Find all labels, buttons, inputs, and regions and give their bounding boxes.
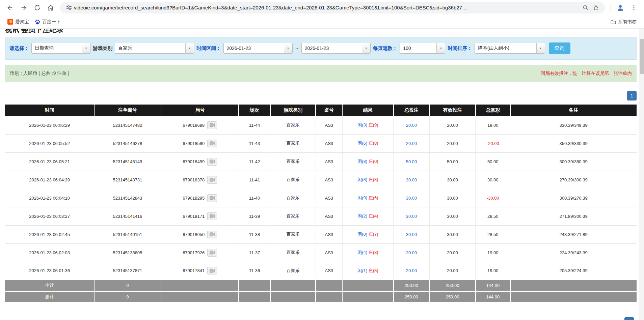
zoom-icon[interactable]	[583, 5, 589, 11]
page-title-clip: 视讯 会员下注纪录	[5, 29, 637, 33]
total-bet-link[interactable]: 20.00	[406, 268, 417, 273]
cell-valid-bet: 20.00	[429, 243, 476, 262]
video-replay-button[interactable]	[207, 249, 217, 257]
scrollbar[interactable]	[639, 29, 644, 320]
chevron-down-icon[interactable]: ▼	[362, 43, 370, 53]
video-replay-button[interactable]	[207, 176, 217, 184]
cell-valid-bet: 50.00	[429, 152, 476, 171]
footer-cell	[510, 291, 637, 302]
footer-cell	[316, 280, 342, 291]
chevron-down-icon[interactable]: ▼	[82, 43, 90, 53]
cell-total-bet: 20.00	[394, 134, 430, 152]
total-bet-link[interactable]: 20.00	[406, 123, 417, 128]
bet-record-row: 2026-01-23 06:04:10523145142843679018295…	[5, 189, 637, 207]
cell-session: 11-44	[239, 116, 270, 134]
cell-game-type: 百家乐	[270, 225, 316, 243]
summary-bar: 币别 : 人民币 | 总共 :9 注单 | 同局有效投注，统一计算在该局第一张注…	[5, 65, 637, 82]
cell-valid-bet: 30.00	[429, 207, 476, 225]
home-button[interactable]	[45, 2, 56, 13]
date-start-input[interactable]	[224, 43, 284, 53]
url-text[interactable]: videoie.com/game/betrecord_search/kind3?…	[74, 5, 581, 10]
round-id-text: 679017841	[183, 268, 205, 273]
cell-round-id: 679018050	[161, 225, 239, 243]
menu-button[interactable]	[628, 2, 640, 13]
cell-payout: 28.50	[476, 225, 510, 243]
table-header-row: 时间注单编号局号场次游戏类别桌号结果总投注有效投注总派彩备注	[5, 105, 637, 116]
cell-payout: 19.00	[476, 116, 510, 134]
toolbar-divider	[611, 4, 611, 11]
result-player: 闲(2)	[357, 213, 367, 219]
result-player: 闲(3)	[357, 122, 367, 127]
scrollbar-thumb[interactable]	[640, 39, 644, 74]
search-button[interactable]: 查询	[549, 42, 570, 54]
footer-cell: 250.00	[429, 280, 476, 291]
all-bookmarks-button[interactable]: 所有书签	[608, 18, 639, 26]
site-settings-icon[interactable]	[66, 5, 72, 10]
total-bet-link[interactable]: 20.00	[406, 141, 417, 146]
page-1-button[interactable]: 1	[624, 317, 634, 320]
cell-time: 2026-01-23 06:05:52	[5, 134, 94, 152]
footer-cell: 总计	[5, 291, 94, 302]
cell-time: 2026-01-23 06:06:29	[5, 116, 94, 134]
page-1-button[interactable]: 1	[627, 91, 637, 100]
total-bet-link[interactable]: 20.00	[406, 250, 417, 255]
bookmark-baidu[interactable]: 百度一下	[32, 18, 63, 26]
sort-order-input[interactable]	[475, 43, 536, 53]
query-type-input[interactable]	[32, 43, 82, 53]
bookmark-aitaobao[interactable]: 淘 爱淘宝	[5, 18, 32, 26]
bet-record-row: 2026-01-23 06:04:39523145143731679018378…	[5, 171, 637, 189]
chevron-down-icon[interactable]: ▼	[185, 43, 194, 53]
cell-session: 11-38	[239, 225, 270, 243]
bet-record-row: 2026-01-23 06:06:29523145147482679018688…	[5, 116, 637, 134]
video-replay-button[interactable]	[207, 158, 217, 166]
url-bar[interactable]: videoie.com/game/betrecord_search/kind3?…	[60, 2, 605, 13]
video-replay-button[interactable]	[207, 194, 217, 202]
result-banker: 庄(6)	[369, 195, 378, 200]
total-bet-link[interactable]: 50.00	[406, 159, 417, 164]
cell-session: 11-36	[239, 262, 270, 280]
game-type-input[interactable]	[115, 43, 185, 53]
video-replay-button[interactable]	[207, 212, 217, 220]
bookmark-label: 百度一下	[43, 19, 61, 25]
video-icon	[210, 141, 215, 145]
cell-bet-id: 523145145149	[94, 152, 161, 171]
video-replay-button[interactable]	[207, 140, 217, 147]
page-size-input[interactable]	[400, 43, 436, 53]
cell-table-no: AS3	[316, 171, 342, 189]
kebab-menu-icon	[630, 4, 637, 11]
total-bet-link[interactable]: 30.00	[406, 196, 417, 201]
bet-record-row: 2026-01-23 06:05:21523145145149679018499…	[5, 152, 637, 171]
video-replay-button[interactable]	[207, 231, 217, 238]
date-end-input[interactable]	[302, 43, 362, 53]
refresh-button[interactable]	[31, 2, 43, 13]
column-header: 游戏类别	[270, 105, 316, 116]
back-button[interactable]	[4, 2, 16, 13]
cell-round-id: 679018590	[161, 134, 239, 152]
video-replay-button[interactable]	[207, 267, 217, 274]
filter-page-size-label: 每页笔数：	[373, 45, 398, 52]
total-bet-link[interactable]: 30.00	[406, 214, 417, 219]
summary-notice-text: 同局有效投注，统一计算在该局第一张注单内	[541, 70, 632, 77]
total-bet-link[interactable]: 30.00	[406, 232, 417, 237]
profile-button[interactable]	[615, 2, 626, 13]
video-replay-button[interactable]	[207, 121, 217, 129]
cell-session: 11-41	[239, 171, 270, 189]
video-icon	[210, 251, 215, 255]
bookmark-star-icon[interactable]	[593, 4, 599, 11]
cell-payout: 30.00	[476, 171, 510, 189]
cell-valid-bet: 30.00	[429, 171, 476, 189]
footer-cell: 144.00	[476, 291, 510, 302]
chevron-down-icon[interactable]: ▼	[436, 43, 445, 53]
forward-button[interactable]	[18, 2, 29, 13]
cell-round-id: 679017926	[161, 243, 239, 262]
cell-note: 350.39/330.39	[510, 134, 637, 152]
column-header: 有效投注	[429, 105, 476, 116]
chevron-down-icon[interactable]: ▼	[536, 43, 545, 53]
cell-round-id: 679018171	[161, 207, 239, 225]
subtotal-row: 小计9250.00250.00144.00	[5, 280, 637, 291]
result-player: 闲(9)	[357, 195, 367, 200]
round-id-text: 679018499	[183, 159, 205, 164]
chevron-down-icon[interactable]: ▼	[284, 43, 292, 53]
result-player: 闲(8)	[357, 159, 367, 164]
total-bet-link[interactable]: 30.00	[406, 177, 417, 182]
